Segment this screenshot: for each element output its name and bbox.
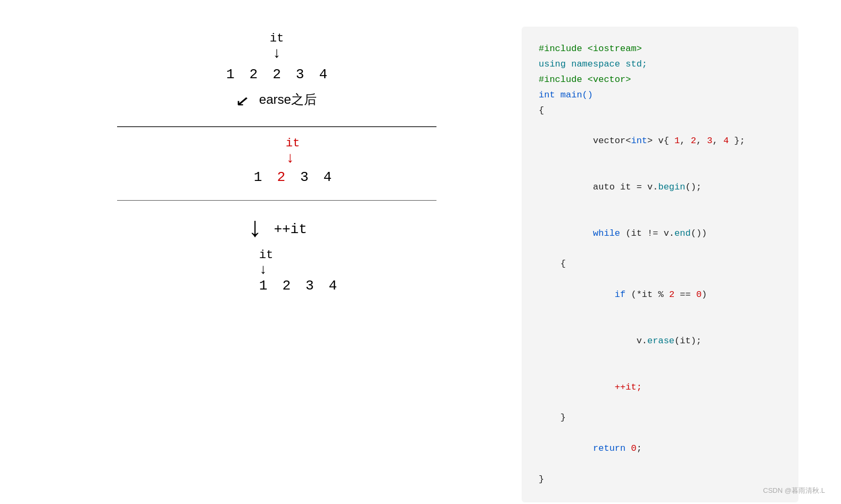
erase-arrow: ↙ bbox=[236, 88, 250, 111]
array-item: 3 bbox=[300, 169, 309, 185]
code-line: { bbox=[539, 103, 781, 119]
erase-label-row: ↙ earse之后 bbox=[237, 88, 317, 111]
section1-arrow: ↓ bbox=[273, 46, 282, 61]
section2-array: 1 2 3 4 bbox=[254, 169, 332, 185]
code-line-return: return 0; bbox=[539, 426, 781, 472]
array-item-highlight: 2 bbox=[277, 169, 285, 185]
watermark: CSDN @暮雨清秋.L bbox=[763, 486, 826, 495]
code-line: #include <vector> bbox=[539, 72, 781, 88]
section2-pointer-label: it bbox=[286, 137, 300, 150]
code-line: int main() bbox=[539, 88, 781, 103]
code-line: { bbox=[539, 257, 781, 272]
array-item: 2 bbox=[282, 278, 291, 294]
main-container: it ↓ 1 2 2 3 4 ↙ earse之后 it ↓ 1 2 3 bbox=[0, 0, 841, 504]
array-item: 2 bbox=[273, 67, 281, 82]
section1-array: 1 2 2 3 4 bbox=[226, 67, 327, 82]
erase-text: earse之后 bbox=[259, 91, 317, 108]
code-line: auto it = v.begin(); bbox=[539, 164, 781, 211]
array-item: 4 bbox=[319, 67, 327, 82]
section3-small-arrow: ↓ bbox=[259, 262, 268, 278]
code-line: #include <iostream> bbox=[539, 42, 781, 57]
divider2 bbox=[117, 200, 436, 201]
plusplus-label: ++it bbox=[274, 221, 307, 237]
array-item: 1 bbox=[254, 169, 262, 185]
section2: it ↓ 1 2 3 4 bbox=[222, 137, 332, 185]
code-line: } bbox=[539, 410, 781, 426]
diagram-area: it ↓ 1 2 2 3 4 ↙ earse之后 it ↓ 1 2 3 bbox=[32, 21, 522, 294]
section3: ↓ ++it it ↓ 1 2 3 4 bbox=[217, 216, 337, 294]
array-item: 4 bbox=[324, 169, 332, 185]
section2-arrow: ↓ bbox=[286, 151, 295, 166]
divider1 bbox=[117, 126, 436, 127]
code-area: #include <iostream> using namespace std;… bbox=[522, 27, 798, 502]
array-item: 1 bbox=[226, 67, 235, 82]
section1-pointer-label: it bbox=[270, 32, 284, 45]
code-line: } bbox=[539, 472, 781, 488]
code-line: if (*it % 2 == 0) bbox=[539, 272, 781, 318]
code-line: v.erase(it); bbox=[539, 318, 781, 365]
code-line: vector<int> v{ 1, 2, 3, 4 }; bbox=[539, 118, 781, 164]
plusplus-row: ↓ ++it bbox=[246, 216, 307, 243]
array-item: 1 bbox=[259, 278, 268, 294]
big-arrow: ↓ bbox=[246, 216, 263, 243]
array-item: 3 bbox=[296, 67, 304, 82]
section3-pointer-label: it bbox=[259, 249, 273, 262]
code-line-while: while (it != v.end()) bbox=[539, 211, 781, 257]
array-item: 2 bbox=[250, 67, 258, 82]
code-line-plusplus: ++it; bbox=[539, 365, 781, 411]
section1: it ↓ 1 2 2 3 4 ↙ earse之后 bbox=[32, 32, 522, 117]
code-line: using namespace std; bbox=[539, 57, 781, 72]
section3-array: 1 2 3 4 bbox=[259, 278, 337, 294]
array-item: 4 bbox=[329, 278, 337, 294]
array-item: 3 bbox=[306, 278, 314, 294]
